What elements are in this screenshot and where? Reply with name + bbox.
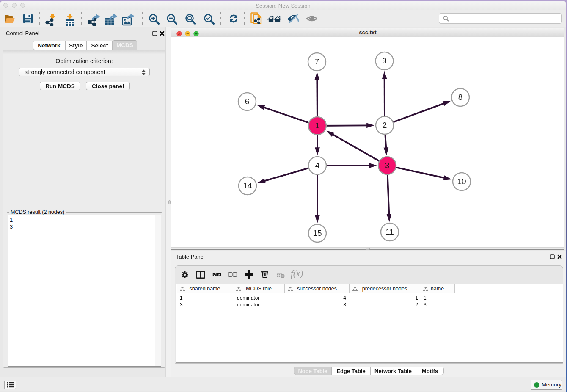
svg-text:15: 15 (313, 229, 322, 237)
svg-text:10: 10 (457, 177, 466, 186)
svg-text:9: 9 (382, 56, 387, 65)
svg-text:4: 4 (315, 161, 320, 170)
svg-text:6: 6 (245, 97, 250, 106)
svg-text:7: 7 (315, 57, 319, 66)
svg-text:14: 14 (243, 181, 252, 190)
svg-text:11: 11 (385, 227, 394, 236)
svg-text:1: 1 (315, 121, 320, 130)
svg-text:8: 8 (458, 93, 463, 102)
svg-text:3: 3 (385, 161, 390, 170)
svg-text:2: 2 (383, 121, 387, 130)
